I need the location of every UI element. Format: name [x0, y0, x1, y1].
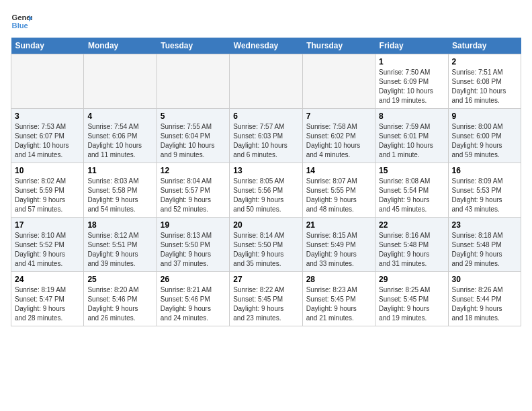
calendar-cell: 7Sunrise: 7:58 AM Sunset: 6:02 PM Daylig… — [302, 109, 375, 163]
calendar-cell: 9Sunrise: 8:00 AM Sunset: 6:00 PM Daylig… — [448, 109, 521, 163]
day-number: 18 — [87, 220, 152, 230]
calendar-cell: 25Sunrise: 8:20 AM Sunset: 5:46 PM Dayli… — [84, 272, 157, 326]
calendar-cell: 4Sunrise: 7:54 AM Sunset: 6:06 PM Daylig… — [84, 109, 157, 163]
day-number: 6 — [233, 111, 298, 121]
day-detail: Sunrise: 7:53 AM Sunset: 6:07 PM Dayligh… — [15, 122, 80, 160]
day-number: 15 — [379, 166, 444, 175]
weekday-header-row: SundayMondayTuesdayWednesdayThursdayFrid… — [11, 38, 521, 54]
day-detail: Sunrise: 8:08 AM Sunset: 5:54 PM Dayligh… — [379, 177, 444, 214]
day-detail: Sunrise: 8:15 AM Sunset: 5:49 PM Dayligh… — [306, 231, 371, 269]
week-row-3: 17Sunrise: 8:10 AM Sunset: 5:52 PM Dayli… — [11, 218, 521, 272]
calendar-cell: 30Sunrise: 8:26 AM Sunset: 5:44 PM Dayli… — [448, 272, 521, 326]
day-number: 11 — [87, 166, 152, 175]
calendar-cell: 5Sunrise: 7:55 AM Sunset: 6:04 PM Daylig… — [157, 109, 229, 163]
calendar-cell: 13Sunrise: 8:05 AM Sunset: 5:56 PM Dayli… — [230, 163, 302, 218]
weekday-header-thursday: Thursday — [302, 38, 375, 54]
calendar-cell: 14Sunrise: 8:07 AM Sunset: 5:55 PM Dayli… — [302, 163, 375, 218]
day-number: 25 — [87, 275, 152, 284]
day-detail: Sunrise: 7:58 AM Sunset: 6:02 PM Dayligh… — [306, 122, 371, 160]
calendar-cell: 12Sunrise: 8:04 AM Sunset: 5:57 PM Dayli… — [157, 163, 229, 218]
day-number: 27 — [233, 275, 298, 284]
day-number: 1 — [379, 57, 444, 66]
day-number: 5 — [161, 111, 226, 121]
day-detail: Sunrise: 8:21 AM Sunset: 5:46 PM Dayligh… — [161, 285, 226, 323]
day-number: 7 — [306, 111, 371, 121]
day-number: 9 — [452, 111, 517, 121]
day-detail: Sunrise: 8:10 AM Sunset: 5:52 PM Dayligh… — [15, 231, 80, 269]
day-number: 21 — [306, 220, 371, 230]
day-number: 4 — [87, 111, 152, 121]
calendar-cell: 18Sunrise: 8:12 AM Sunset: 5:51 PM Dayli… — [84, 218, 157, 272]
weekday-header-saturday: Saturday — [448, 38, 521, 54]
day-number: 29 — [379, 275, 444, 284]
day-detail: Sunrise: 8:04 AM Sunset: 5:57 PM Dayligh… — [161, 177, 226, 214]
day-detail: Sunrise: 8:25 AM Sunset: 5:45 PM Dayligh… — [379, 285, 444, 323]
day-detail: Sunrise: 8:18 AM Sunset: 5:48 PM Dayligh… — [452, 231, 517, 269]
calendar-cell: 3Sunrise: 7:53 AM Sunset: 6:07 PM Daylig… — [11, 109, 84, 163]
page-header: General Blue — [11, 11, 521, 32]
calendar-cell: 26Sunrise: 8:21 AM Sunset: 5:46 PM Dayli… — [157, 272, 229, 326]
calendar-cell: 10Sunrise: 8:02 AM Sunset: 5:59 PM Dayli… — [11, 163, 84, 218]
calendar-cell: 1Sunrise: 7:50 AM Sunset: 6:09 PM Daylig… — [375, 54, 448, 109]
calendar-cell — [302, 54, 375, 109]
calendar-cell: 19Sunrise: 8:13 AM Sunset: 5:50 PM Dayli… — [157, 218, 229, 272]
calendar-cell: 27Sunrise: 8:22 AM Sunset: 5:45 PM Dayli… — [230, 272, 302, 326]
calendar-cell: 23Sunrise: 8:18 AM Sunset: 5:48 PM Dayli… — [448, 218, 521, 272]
day-detail: Sunrise: 7:55 AM Sunset: 6:04 PM Dayligh… — [161, 122, 226, 160]
calendar-table: SundayMondayTuesdayWednesdayThursdayFrid… — [11, 38, 521, 326]
weekday-header-monday: Monday — [84, 38, 157, 54]
logo-icon: General Blue — [11, 11, 32, 32]
day-number: 19 — [161, 220, 226, 230]
day-number: 26 — [161, 275, 226, 284]
weekday-header-friday: Friday — [375, 38, 448, 54]
calendar-cell: 29Sunrise: 8:25 AM Sunset: 5:45 PM Dayli… — [375, 272, 448, 326]
calendar-cell — [157, 54, 229, 109]
weekday-header-tuesday: Tuesday — [157, 38, 229, 54]
weekday-header-sunday: Sunday — [11, 38, 84, 54]
weekday-header-wednesday: Wednesday — [230, 38, 302, 54]
logo: General Blue — [11, 11, 32, 32]
day-number: 10 — [15, 166, 80, 175]
day-detail: Sunrise: 7:54 AM Sunset: 6:06 PM Dayligh… — [87, 122, 152, 160]
day-detail: Sunrise: 8:07 AM Sunset: 5:55 PM Dayligh… — [306, 177, 371, 214]
week-row-2: 10Sunrise: 8:02 AM Sunset: 5:59 PM Dayli… — [11, 163, 521, 218]
day-number: 2 — [452, 57, 517, 66]
day-number: 20 — [233, 220, 298, 230]
calendar-cell: 15Sunrise: 8:08 AM Sunset: 5:54 PM Dayli… — [375, 163, 448, 218]
day-detail: Sunrise: 8:02 AM Sunset: 5:59 PM Dayligh… — [15, 177, 80, 214]
day-number: 24 — [15, 275, 80, 284]
week-row-0: 1Sunrise: 7:50 AM Sunset: 6:09 PM Daylig… — [11, 54, 521, 109]
calendar-cell: 11Sunrise: 8:03 AM Sunset: 5:58 PM Dayli… — [84, 163, 157, 218]
calendar-cell — [84, 54, 157, 109]
day-number: 14 — [306, 166, 371, 175]
calendar-cell — [11, 54, 84, 109]
day-number: 8 — [379, 111, 444, 121]
calendar-cell: 28Sunrise: 8:23 AM Sunset: 5:45 PM Dayli… — [302, 272, 375, 326]
day-detail: Sunrise: 8:12 AM Sunset: 5:51 PM Dayligh… — [87, 231, 152, 269]
day-detail: Sunrise: 8:14 AM Sunset: 5:50 PM Dayligh… — [233, 231, 298, 269]
day-detail: Sunrise: 8:16 AM Sunset: 5:48 PM Dayligh… — [379, 231, 444, 269]
calendar-cell: 6Sunrise: 7:57 AM Sunset: 6:03 PM Daylig… — [230, 109, 302, 163]
day-number: 30 — [452, 275, 517, 284]
day-detail: Sunrise: 8:00 AM Sunset: 6:00 PM Dayligh… — [452, 122, 517, 160]
calendar-cell: 20Sunrise: 8:14 AM Sunset: 5:50 PM Dayli… — [230, 218, 302, 272]
day-detail: Sunrise: 8:13 AM Sunset: 5:50 PM Dayligh… — [161, 231, 226, 269]
calendar-cell: 21Sunrise: 8:15 AM Sunset: 5:49 PM Dayli… — [302, 218, 375, 272]
day-detail: Sunrise: 8:26 AM Sunset: 5:44 PM Dayligh… — [452, 285, 517, 323]
svg-text:Blue: Blue — [12, 21, 28, 30]
day-detail: Sunrise: 8:09 AM Sunset: 5:53 PM Dayligh… — [452, 177, 517, 214]
day-detail: Sunrise: 8:20 AM Sunset: 5:46 PM Dayligh… — [87, 285, 152, 323]
week-row-4: 24Sunrise: 8:19 AM Sunset: 5:47 PM Dayli… — [11, 272, 521, 326]
day-detail: Sunrise: 8:19 AM Sunset: 5:47 PM Dayligh… — [15, 285, 80, 323]
day-number: 12 — [161, 166, 226, 175]
day-detail: Sunrise: 8:22 AM Sunset: 5:45 PM Dayligh… — [233, 285, 298, 323]
day-detail: Sunrise: 7:59 AM Sunset: 6:01 PM Dayligh… — [379, 122, 444, 160]
calendar-cell: 24Sunrise: 8:19 AM Sunset: 5:47 PM Dayli… — [11, 272, 84, 326]
day-number: 28 — [306, 275, 371, 284]
calendar-cell: 17Sunrise: 8:10 AM Sunset: 5:52 PM Dayli… — [11, 218, 84, 272]
day-detail: Sunrise: 8:05 AM Sunset: 5:56 PM Dayligh… — [233, 177, 298, 214]
day-detail: Sunrise: 8:23 AM Sunset: 5:45 PM Dayligh… — [306, 285, 371, 323]
day-detail: Sunrise: 7:50 AM Sunset: 6:09 PM Dayligh… — [379, 68, 444, 105]
calendar-cell: 8Sunrise: 7:59 AM Sunset: 6:01 PM Daylig… — [375, 109, 448, 163]
day-number: 17 — [15, 220, 80, 230]
